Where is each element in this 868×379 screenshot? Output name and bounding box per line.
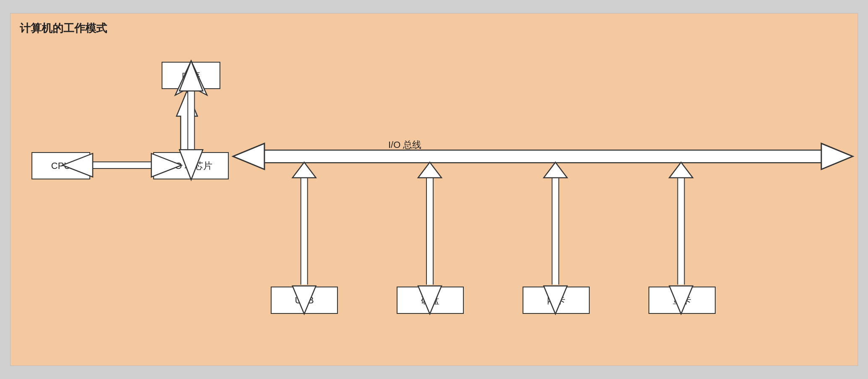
svg-marker-21 [233, 143, 264, 169]
box-hdd: 硬盘 [397, 287, 464, 314]
box-memory: 内存 [162, 62, 220, 89]
svg-marker-41 [669, 162, 693, 178]
svg-marker-22 [821, 143, 853, 169]
box-nic: 网卡 [523, 287, 590, 314]
box-cpu: CPU [31, 152, 90, 179]
svg-rect-18 [262, 150, 824, 163]
box-io-bridge: I/O 桥芯片 [153, 152, 229, 179]
svg-rect-33 [552, 177, 559, 284]
arrow-memory-io [176, 91, 201, 150]
diagram-container: 计算机的工作模式 内存 I/O 桥芯片 CPU USB 硬盘 网卡 显卡 I/O… [10, 13, 858, 366]
svg-rect-23 [301, 177, 308, 284]
svg-marker-36 [544, 162, 567, 178]
svg-rect-28 [426, 177, 433, 284]
svg-rect-8 [188, 90, 194, 151]
svg-marker-4 [176, 91, 197, 150]
io-bus-label: I/O 总线 [388, 139, 421, 151]
box-usb: USB [271, 287, 338, 314]
svg-rect-13 [92, 162, 152, 168]
svg-marker-26 [293, 162, 316, 178]
svg-rect-38 [678, 177, 685, 284]
box-gpu: 显卡 [648, 287, 716, 314]
svg-marker-31 [418, 162, 442, 178]
svg-marker-5 [180, 91, 201, 150]
diagram-title: 计算机的工作模式 [20, 21, 107, 36]
